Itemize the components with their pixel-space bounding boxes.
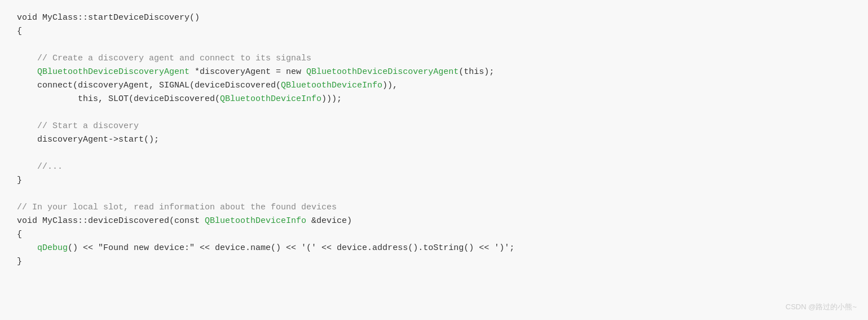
code-text: } [17,176,22,185]
code-line [17,147,851,160]
code-text: this, SLOT(deviceDiscovered( [17,94,220,104]
code-keyword: QBluetoothDeviceDiscoveryAgent [37,67,190,77]
code-text [17,243,37,253]
code-block: void MyClass::startDeviceDiscovery(){ //… [17,11,851,269]
code-text: { [17,27,22,36]
code-comment: //... [17,162,63,172]
code-comment: // In your local slot, read information … [17,203,337,212]
code-line: QBluetoothDeviceDiscoveryAgent *discover… [17,65,851,79]
code-line: discoveryAgent->start(); [17,133,851,147]
code-line: { [17,25,851,38]
code-line: } [17,174,851,187]
code-text: void MyClass::deviceDiscovered(const [17,216,205,226]
code-text: ))); [321,94,342,104]
code-keyword: qDebug [37,243,68,253]
code-line: { [17,228,851,242]
code-line: //... [17,160,851,174]
code-keyword: QBluetoothDeviceInfo [205,216,306,226]
code-keyword: QBluetoothDeviceInfo [220,94,321,104]
code-line: // Create a discovery agent and connect … [17,52,851,65]
code-text: (this); [459,67,494,77]
code-text: { [17,230,22,239]
code-text: void MyClass::startDeviceDiscovery() [17,13,200,23]
code-line [17,187,851,201]
code-comment: // Start a discovery [17,121,139,131]
code-line [17,38,851,52]
code-text: &device) [306,216,352,226]
code-text: connect(discoveryAgent, SIGNAL(deviceDis… [17,81,281,90]
code-line: } [17,255,851,269]
code-text: } [17,257,22,266]
code-line [17,106,851,120]
watermark: CSDN @路过的小熊~ [786,301,857,313]
code-text: )), [382,81,398,90]
code-line: void MyClass::startDeviceDiscovery() [17,11,851,25]
code-container: void MyClass::startDeviceDiscovery(){ //… [0,0,868,320]
code-line: void MyClass::deviceDiscovered(const QBl… [17,214,851,228]
code-text: *discoveryAgent = new [190,67,306,77]
code-text: discoveryAgent->start(); [17,135,159,144]
code-line: connect(discoveryAgent, SIGNAL(deviceDis… [17,79,851,93]
code-comment: // Create a discovery agent and connect … [17,54,311,63]
code-keyword: QBluetoothDeviceInfo [281,81,382,90]
code-text [17,67,37,77]
code-line: qDebug() << "Found new device:" << devic… [17,242,851,255]
code-text: () << "Found new device:" << device.name… [68,243,514,253]
code-line: // In your local slot, read information … [17,201,851,214]
code-line: this, SLOT(deviceDiscovered(QBluetoothDe… [17,93,851,106]
code-line: // Start a discovery [17,120,851,133]
code-keyword: QBluetoothDeviceDiscoveryAgent [306,67,459,77]
